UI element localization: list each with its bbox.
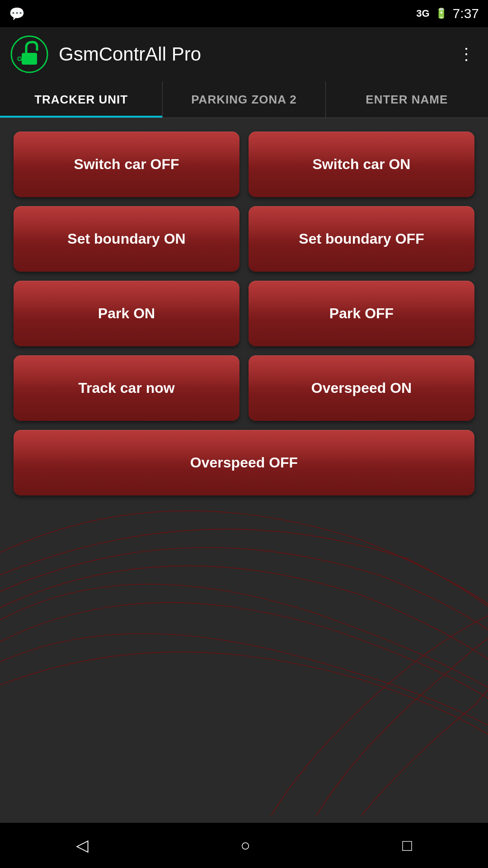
button-row-2: Set boundary ON Set boundary OFF bbox=[14, 206, 474, 272]
set-boundary-off-button[interactable]: Set boundary OFF bbox=[249, 206, 474, 272]
switch-car-on-button[interactable]: Switch car ON bbox=[249, 132, 474, 197]
switch-car-off-button[interactable]: Switch car OFF bbox=[14, 132, 239, 197]
app-title: GsmContrAll Pro bbox=[59, 43, 454, 65]
bottom-nav: ◁ ○ □ bbox=[0, 823, 488, 868]
signal-indicator: 3G bbox=[416, 8, 429, 19]
chat-icon: 💬 bbox=[9, 6, 25, 21]
park-off-button[interactable]: Park OFF bbox=[249, 281, 474, 346]
battery-icon: 🔋 bbox=[435, 8, 447, 19]
overspeed-off-button[interactable]: Overspeed OFF bbox=[14, 430, 474, 495]
button-row-5: Overspeed OFF bbox=[14, 430, 474, 495]
menu-icon[interactable]: ⋮ bbox=[454, 40, 479, 68]
park-on-button[interactable]: Park ON bbox=[14, 281, 239, 346]
tab-enter-name[interactable]: ENTER NAME bbox=[326, 81, 488, 118]
back-button[interactable]: ◁ bbox=[58, 831, 107, 859]
tab-bar: TRACKER UNIT PARKING ZONA 2 ENTER NAME bbox=[0, 81, 488, 118]
status-time: 7:37 bbox=[453, 6, 479, 21]
set-boundary-on-button[interactable]: Set boundary ON bbox=[14, 206, 239, 272]
svg-text:GsmC: GsmC bbox=[17, 55, 36, 62]
status-bar: 💬 3G 🔋 7:37 bbox=[0, 0, 488, 27]
app-logo: GsmC bbox=[9, 34, 50, 75]
button-row-3: Park ON Park OFF bbox=[14, 281, 474, 346]
home-button[interactable]: ○ bbox=[222, 831, 268, 859]
track-car-now-button[interactable]: Track car now bbox=[14, 355, 239, 421]
overspeed-on-button[interactable]: Overspeed ON bbox=[249, 355, 474, 421]
tab-tracker-unit[interactable]: TRACKER UNIT bbox=[0, 81, 163, 118]
app-bar: GsmC GsmContrAll Pro ⋮ bbox=[0, 27, 488, 81]
button-row-1: Switch car OFF Switch car ON bbox=[14, 132, 474, 197]
tab-parking-zona-2[interactable]: PARKING ZONA 2 bbox=[163, 81, 325, 118]
recent-button[interactable]: □ bbox=[384, 831, 430, 859]
button-row-4: Track car now Overspeed ON bbox=[14, 355, 474, 421]
main-content: Switch car OFF Switch car ON Set boundar… bbox=[0, 118, 488, 823]
